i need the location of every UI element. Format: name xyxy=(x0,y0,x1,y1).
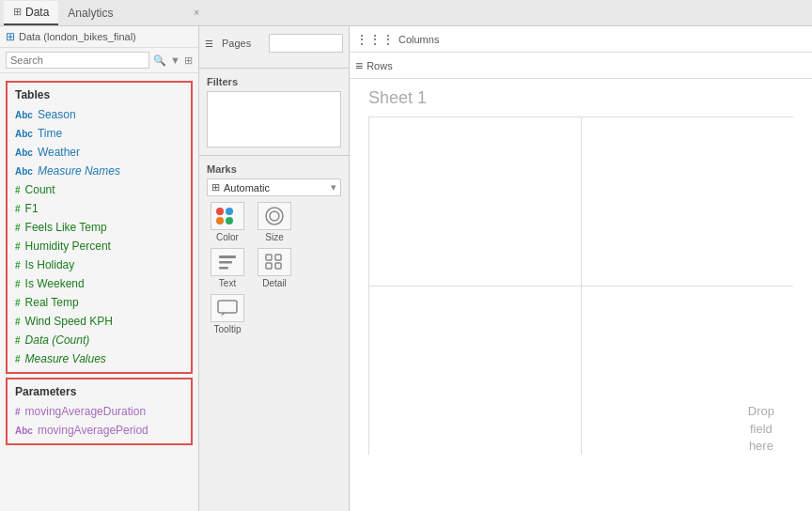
marks-tooltip-button[interactable]: Tooltip xyxy=(207,294,248,334)
field-name-real-temp: Real Temp xyxy=(25,296,79,309)
parameters-title: Parameters xyxy=(8,383,191,402)
chevron-down-icon: ▾ xyxy=(331,181,336,194)
abc-icon: Abc xyxy=(15,166,33,177)
sheet-title: Sheet 1 xyxy=(368,88,427,108)
svg-rect-2 xyxy=(219,256,236,258)
param-moving-avg-period[interactable]: Abc movingAveragePeriod xyxy=(8,421,191,440)
rows-shelf: ≡ Rows xyxy=(350,53,812,79)
tab-data[interactable]: ⊞ Data xyxy=(4,1,58,25)
parameters-section: Parameters # movingAverageDuration Abc m… xyxy=(6,378,193,445)
divider-2 xyxy=(199,155,349,156)
canvas-lines xyxy=(368,116,793,455)
hash-icon: # xyxy=(15,407,21,417)
field-name-weather: Weather xyxy=(38,146,80,159)
field-name-measure-values: Measure Values xyxy=(25,352,106,365)
tables-title: Tables xyxy=(8,86,191,105)
text-icon xyxy=(211,248,244,276)
columns-drop-zone[interactable] xyxy=(446,30,806,49)
pages-shelf: ☰ Pages xyxy=(199,26,349,64)
field-is-holiday[interactable]: # Is Holiday xyxy=(8,256,191,274)
hash-icon: # xyxy=(15,204,21,214)
columns-icon: ⋮⋮⋮ xyxy=(355,32,395,47)
tables-section: Tables Abc Season Abc Time Abc Weather A… xyxy=(6,81,193,374)
pages-label: Pages xyxy=(222,38,269,49)
hash-icon: # xyxy=(15,317,21,327)
param-moving-avg-duration[interactable]: # movingAverageDuration xyxy=(8,402,191,421)
pages-drop-zone[interactable] xyxy=(269,34,343,53)
field-wind-speed-kph[interactable]: # Wind Speed KPH xyxy=(8,312,191,331)
color-button-label: Color xyxy=(216,232,239,242)
grid-icon[interactable]: ⊞ xyxy=(184,54,193,67)
fields-list: Tables Abc Season Abc Time Abc Weather A… xyxy=(0,73,198,511)
hash-icon: # xyxy=(15,354,21,364)
field-humidity-percent[interactable]: # Humidity Percent xyxy=(8,237,191,256)
hash-icon: # xyxy=(15,241,21,252)
search-icon[interactable]: 🔍 xyxy=(153,54,166,67)
abc-icon: Abc xyxy=(15,147,33,158)
marks-buttons-group: Color Size xyxy=(207,202,341,334)
field-name-is-holiday: Is Holiday xyxy=(25,258,75,271)
data-tab-label: Data xyxy=(25,6,49,19)
tab-analytics[interactable]: Analytics xyxy=(58,1,122,25)
field-measure-names[interactable]: Abc Measure Names xyxy=(8,162,191,180)
main-layout: ⊞ Data (london_bikes_final) 🔍 ▼ ⊞ Tables… xyxy=(0,26,812,511)
field-name-count: Count xyxy=(25,183,55,196)
filters-section: Filters xyxy=(199,72,349,151)
columns-shelf: ⋮⋮⋮ Columns xyxy=(350,26,812,53)
field-weather[interactable]: Abc Weather xyxy=(8,143,191,162)
columns-label: Columns xyxy=(398,34,439,45)
field-time[interactable]: Abc Time xyxy=(8,124,191,143)
left-panel-close[interactable]: × xyxy=(194,8,203,18)
field-name-f1: F1 xyxy=(25,202,39,215)
marks-detail-button[interactable]: Detail xyxy=(254,248,295,288)
data-tab-icon: ⊞ xyxy=(13,6,22,18)
hash-icon: # xyxy=(15,335,21,346)
filters-drop-zone[interactable] xyxy=(207,91,341,147)
field-measure-values[interactable]: # Measure Values xyxy=(8,349,191,368)
svg-rect-8 xyxy=(275,263,281,269)
rows-icon: ≡ xyxy=(355,58,363,73)
param-name-duration: movingAverageDuration xyxy=(25,405,147,418)
filter-icon[interactable]: ▼ xyxy=(170,54,180,66)
columns-label-group: ⋮⋮⋮ Columns xyxy=(355,32,439,47)
divider-1 xyxy=(199,68,349,69)
field-feels-like-temp[interactable]: # Feels Like Temp xyxy=(8,218,191,237)
rows-label: Rows xyxy=(367,60,393,71)
hash-icon: # xyxy=(15,260,21,271)
hash-icon: # xyxy=(15,298,21,308)
svg-rect-7 xyxy=(275,255,281,260)
marks-size-button[interactable]: Size xyxy=(254,202,295,242)
v-line-mid xyxy=(581,116,582,455)
field-is-weekend[interactable]: # Is Weekend xyxy=(8,274,191,293)
marks-dropdown-icon: ⊞ xyxy=(211,181,220,194)
rows-drop-zone[interactable] xyxy=(400,56,806,75)
database-icon: ⊞ xyxy=(6,30,15,43)
marks-type-label: Automatic xyxy=(224,182,331,194)
top-tab-bar: ⊞ Data Analytics × xyxy=(0,0,812,26)
marks-color-button[interactable]: Color xyxy=(207,202,248,242)
search-input[interactable] xyxy=(6,52,149,69)
field-name-season: Season xyxy=(38,108,76,121)
field-f1[interactable]: # F1 xyxy=(8,199,191,218)
marks-title: Marks xyxy=(207,163,341,175)
canvas-area[interactable]: Sheet 1 Drop field here xyxy=(350,79,812,511)
field-data-count[interactable]: # Data (Count) xyxy=(8,331,191,349)
field-name-feels-like-temp: Feels Like Temp xyxy=(25,221,107,234)
field-season[interactable]: Abc Season xyxy=(8,105,191,124)
hash-icon: # xyxy=(15,279,21,289)
marks-text-button[interactable]: Text xyxy=(207,248,248,288)
filters-title: Filters xyxy=(207,76,341,87)
field-name-humidity-percent: Humidity Percent xyxy=(25,240,111,253)
size-icon xyxy=(258,202,291,230)
search-bar: 🔍 ▼ ⊞ xyxy=(0,48,198,73)
right-panel: ⋮⋮⋮ Columns ≡ Rows Sheet 1 Drop field he… xyxy=(350,26,812,511)
field-name-is-weekend: Is Weekend xyxy=(25,277,85,290)
param-name-period: movingAveragePeriod xyxy=(38,424,148,437)
middle-panel: ☰ Pages Filters Marks ⊞ Automatic ▾ xyxy=(199,26,350,511)
detail-icon xyxy=(258,248,291,276)
field-count[interactable]: # Count xyxy=(8,180,191,199)
data-source-label[interactable]: ⊞ Data (london_bikes_final) xyxy=(0,26,198,48)
field-real-temp[interactable]: # Real Temp xyxy=(8,293,191,312)
marks-type-dropdown[interactable]: ⊞ Automatic ▾ xyxy=(207,178,341,196)
tooltip-button-label: Tooltip xyxy=(214,324,242,334)
